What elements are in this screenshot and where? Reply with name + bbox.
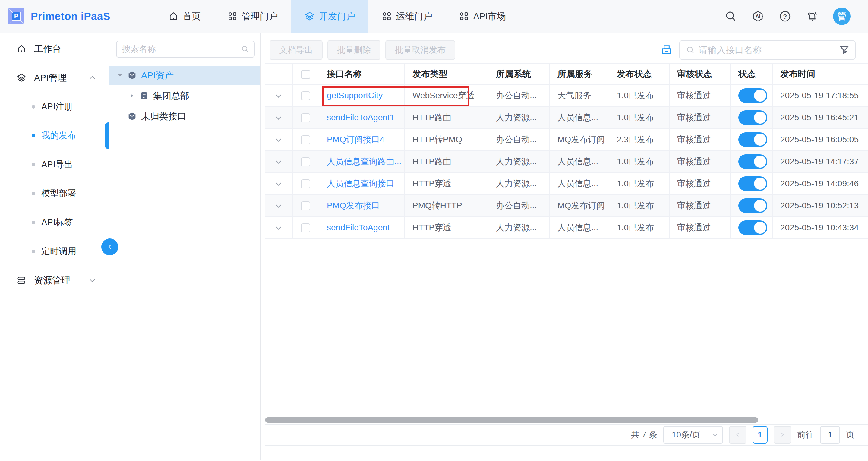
- row-expand-icon[interactable]: [274, 91, 283, 100]
- chevron-down-icon: [88, 276, 96, 284]
- horizontal-scrollbar-thumb[interactable]: [265, 417, 758, 423]
- column-header-所属服务: 所属服务: [550, 64, 609, 85]
- user-avatar[interactable]: 管: [833, 7, 850, 25]
- sidebar-item-API注册[interactable]: API注册: [0, 92, 109, 121]
- api-name-link[interactable]: 人员信息查询路由...: [327, 157, 401, 166]
- table-row: getSupportCityWebService穿透办公自动...天气服务1.0…: [265, 85, 868, 106]
- service-cell: MQ发布订阅: [550, 128, 609, 150]
- help-icon[interactable]: ?: [779, 10, 792, 23]
- sidebar-item-API导出[interactable]: API导出: [0, 150, 109, 179]
- pagination-total: 共 7 条: [631, 429, 657, 440]
- toggle-knob: [754, 133, 766, 146]
- current-page-button[interactable]: 1: [752, 426, 768, 443]
- sidebar-item-API管理[interactable]: API管理: [0, 63, 109, 92]
- row-checkbox[interactable]: [301, 202, 310, 211]
- api-table: 接口名称发布类型所属系统所属服务发布状态审核状态状态发布时间 getSuppor…: [265, 64, 868, 239]
- sidebar-item-工作台[interactable]: 工作台: [0, 34, 109, 63]
- tree-search-input[interactable]: [117, 44, 241, 54]
- toolbar-button-批量删除[interactable]: 批量删除: [328, 40, 380, 60]
- chevron-left-icon: [735, 431, 741, 438]
- row-expand-icon[interactable]: [274, 157, 283, 166]
- sidebar-item-定时调用[interactable]: 定时调用: [0, 237, 109, 266]
- status-toggle[interactable]: [738, 132, 767, 147]
- row-checkbox[interactable]: [301, 91, 310, 100]
- goto-page-input[interactable]: [820, 426, 840, 443]
- app-body: 工作台API管理API注册我的发布API导出模型部署API标签定时调用资源管理 …: [0, 33, 868, 460]
- nav-item-管理门户[interactable]: 管理门户: [214, 0, 291, 33]
- tree-node-API资产[interactable]: API资产: [110, 66, 260, 85]
- row-expand-icon[interactable]: [274, 179, 283, 188]
- filter-funnel-icon[interactable]: [839, 44, 849, 56]
- sidebar-item-API标签[interactable]: API标签: [0, 208, 109, 237]
- row-checkbox[interactable]: [301, 179, 310, 188]
- tree-node-未归类接口[interactable]: 未归类接口: [110, 107, 260, 126]
- nav-item-运维门户[interactable]: 运维门户: [368, 0, 445, 33]
- api-name-link[interactable]: 人员信息查询接口: [327, 179, 394, 188]
- prev-page-button[interactable]: [729, 426, 746, 443]
- toolbar-buttons: 文档导出批量删除批量取消发布: [265, 40, 460, 60]
- row-checkbox[interactable]: [301, 113, 310, 122]
- sidebar-item-我的发布[interactable]: 我的发布: [0, 121, 109, 150]
- sidebar-item-label: API注册: [41, 101, 73, 113]
- row-expand-icon[interactable]: [274, 223, 283, 233]
- layers-icon: [305, 11, 315, 22]
- status-toggle[interactable]: [738, 88, 767, 103]
- api-name-link[interactable]: getSupportCity: [327, 91, 382, 100]
- row-expand-icon[interactable]: [274, 113, 283, 122]
- api-tree-panel: API资产集团总部未归类接口: [110, 33, 261, 460]
- audit-status-cell: 审核通过: [669, 216, 731, 239]
- row-expand-icon[interactable]: [274, 135, 283, 145]
- chevron-right-icon: [779, 431, 786, 438]
- column-header-发布时间: 发布时间: [772, 64, 868, 85]
- publish-time-cell: 2025-05-19 10:52:13: [772, 194, 868, 216]
- sidebar-item-label: API管理: [34, 72, 67, 84]
- import-export-icon[interactable]: [660, 44, 673, 56]
- sidebar-collapse-button[interactable]: [101, 239, 118, 255]
- interface-search-input[interactable]: [695, 45, 839, 55]
- page-size-select[interactable]: 10条/页: [663, 426, 723, 443]
- nav-item-API市场[interactable]: API市场: [445, 0, 519, 33]
- api-name-link[interactable]: PMQ订阅接口4: [327, 135, 384, 144]
- status-toggle[interactable]: [738, 198, 767, 213]
- page-unit-label: 页: [846, 429, 855, 440]
- status-toggle[interactable]: [738, 220, 767, 235]
- sidebar-item-模型部署[interactable]: 模型部署: [0, 179, 109, 208]
- status-toggle[interactable]: [738, 110, 767, 125]
- toolbar-button-批量取消发布[interactable]: 批量取消发布: [385, 40, 455, 60]
- api-name-link[interactable]: PMQ发布接口: [327, 201, 380, 210]
- row-checkbox[interactable]: [301, 157, 310, 166]
- nav-item-label: 首页: [183, 10, 201, 23]
- next-page-button[interactable]: [774, 426, 791, 443]
- notifications-bell-icon[interactable]: [806, 10, 818, 23]
- nav-item-首页[interactable]: 首页: [155, 0, 214, 33]
- publish-status-cell: 1.0已发布: [609, 106, 669, 128]
- api-name-link[interactable]: sendFileToAgent: [327, 223, 390, 232]
- system-cell: 办公自动...: [488, 85, 550, 106]
- sidebar-item-label: 工作台: [34, 43, 61, 55]
- select-all-checkbox[interactable]: [301, 70, 310, 79]
- bullet-dot-icon: [32, 250, 35, 253]
- row-expand-icon[interactable]: [274, 202, 283, 211]
- search-icon[interactable]: [724, 10, 737, 23]
- toolbar-button-文档导出[interactable]: 文档导出: [270, 40, 322, 60]
- status-toggle[interactable]: [738, 176, 767, 191]
- audit-status-cell: 审核通过: [669, 173, 731, 194]
- sidebar-item-资源管理[interactable]: 资源管理: [0, 266, 109, 295]
- brand[interactable]: P Primeton iPaaS: [0, 0, 110, 33]
- service-cell: 人员信息...: [550, 150, 609, 173]
- toggle-knob: [754, 178, 766, 190]
- nav-item-label: 运维门户: [396, 10, 432, 23]
- nav-item-开发门户[interactable]: 开发门户: [291, 0, 368, 33]
- main-nav: 首页管理门户开发门户运维门户API市场: [155, 0, 519, 33]
- row-checkbox[interactable]: [301, 135, 310, 145]
- search-icon: [241, 45, 249, 53]
- status-toggle[interactable]: [738, 154, 767, 169]
- sidebar-item-label: API标签: [41, 216, 73, 228]
- publish-time-cell: 2025-05-19 16:05:05: [772, 128, 868, 150]
- api-name-link[interactable]: sendFileToAgent1: [327, 113, 394, 122]
- row-checkbox[interactable]: [301, 223, 310, 233]
- ai-assistant-icon[interactable]: AI: [752, 10, 764, 23]
- search-icon: [686, 45, 695, 55]
- chevron-up-icon: [88, 74, 96, 82]
- tree-node-集团总部[interactable]: 集团总部: [110, 86, 260, 105]
